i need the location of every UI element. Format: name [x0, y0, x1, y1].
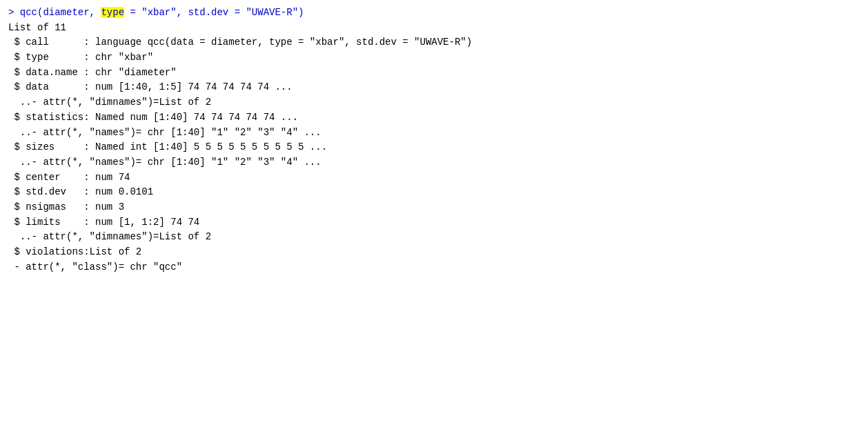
console-line-8: $ statistics: Named num [1:40] 74 74 74 … — [8, 110, 860, 126]
console-line-9: ..- attr(*, "names")= chr [1:40] "1" "2"… — [8, 126, 860, 141]
console-line-1: > qcc(diameter, type = "xbar", std.dev =… — [8, 6, 860, 21]
console-line-15: $ limits : num [1, 1:2] 74 74 — [8, 215, 860, 230]
console-line-10: $ sizes : Named int [1:40] 5 5 5 5 5 5 5… — [8, 140, 860, 155]
console-line-18: - attr(*, "class")= chr "qcc" — [8, 260, 860, 275]
console-output: > qcc(diameter, type = "xbar", std.dev =… — [0, 0, 868, 425]
console-line-3: $ call : language qcc(data = diameter, t… — [8, 35, 860, 50]
console-line-11: ..- attr(*, "names")= chr [1:40] "1" "2"… — [8, 155, 860, 170]
console-line-6: $ data : num [1:40, 1:5] 74 74 74 74 74 … — [8, 80, 860, 95]
console-line-2: List of 11 — [8, 21, 860, 36]
console-line-4: $ type : chr "xbar" — [8, 50, 860, 66]
console-line-14: $ nsigmas : num 3 — [8, 200, 860, 215]
console-line-5: $ data.name : chr "diameter" — [8, 66, 860, 81]
console-line-7: ..- attr(*, "dimnames")=List of 2 — [8, 95, 860, 110]
console-line-16: ..- attr(*, "dimnames")=List of 2 — [8, 230, 860, 245]
console-line-17: $ violations:List of 2 — [8, 245, 860, 260]
console-line-13: $ std.dev : num 0.0101 — [8, 185, 860, 200]
console-line-12: $ center : num 74 — [8, 170, 860, 186]
highlight-type: type — [101, 7, 124, 18]
